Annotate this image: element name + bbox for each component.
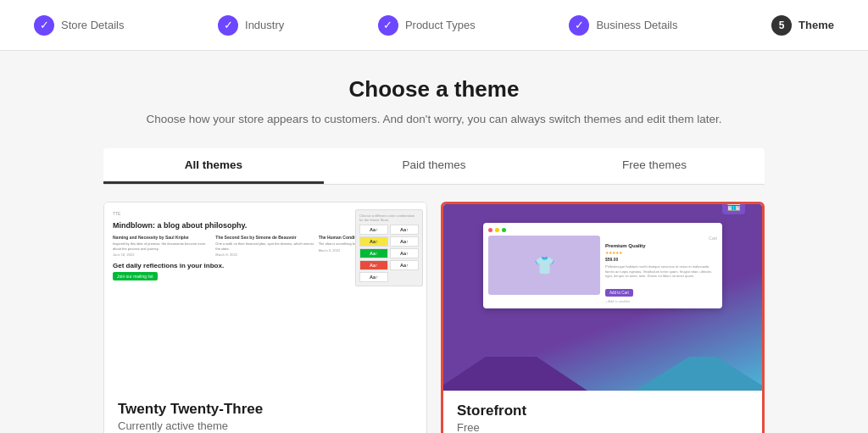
- theme-price-storefront: Free: [457, 421, 748, 433]
- tab-free-themes[interactable]: Free themes: [544, 148, 765, 184]
- store-icon: 🏪: [726, 204, 741, 211]
- step-label-theme: Theme: [798, 19, 834, 31]
- theme-info-storefront: Storefront Free Choose Live demo: [443, 391, 762, 433]
- step-icon-theme: 5: [771, 15, 792, 36]
- nav-step-theme: 5 Theme: [771, 15, 834, 36]
- theme-preview-storefront: 🏪 👕: [443, 204, 762, 391]
- theme-tabs: All themes Paid themes Free themes: [103, 148, 765, 185]
- theme-info-twenty-twenty-three: Twenty Twenty-Three Currently active the…: [104, 389, 426, 433]
- main-content: Choose a theme Choose how your store app…: [86, 51, 782, 433]
- theme-name-storefront: Storefront: [457, 402, 748, 419]
- nav-step-industry: Industry: [218, 15, 284, 36]
- product-image: 👕: [488, 236, 600, 295]
- storefront-open-badge: 🏪: [722, 204, 745, 214]
- tab-all-themes[interactable]: All themes: [103, 148, 324, 184]
- theme-card-twenty-twenty-three: TTE About Books All Posts Mindblown: a b…: [103, 202, 427, 433]
- theme-preview-twenty-twenty-three: TTE About Books All Posts Mindblown: a b…: [104, 203, 426, 389]
- step-icon-store-details: [34, 15, 54, 36]
- theme-price-twenty-twenty-three: Currently active theme: [118, 419, 413, 432]
- theme-grid: TTE About Books All Posts Mindblown: a b…: [103, 202, 765, 433]
- storefront-window-mockup: 👕 Cart Premium Quality ★★★★★ $59.00 Pell…: [483, 223, 722, 308]
- wizard-nav: Store Details Industry Product Types Bus…: [0, 0, 868, 51]
- step-icon-business-details: [569, 15, 589, 36]
- nav-step-business-details: Business Details: [569, 15, 677, 36]
- step-label-product-types: Product Types: [405, 19, 476, 31]
- tab-paid-themes[interactable]: Paid themes: [324, 148, 544, 184]
- nav-step-product-types: Product Types: [378, 15, 476, 36]
- nav-step-store-details: Store Details: [34, 15, 124, 36]
- page-title: Choose a theme: [103, 76, 765, 103]
- theme-name-twenty-twenty-three: Twenty Twenty-Three: [118, 401, 413, 418]
- step-label-business-details: Business Details: [596, 19, 677, 31]
- step-icon-product-types: [378, 15, 398, 36]
- step-label-industry: Industry: [245, 19, 284, 31]
- storefront-mountains: [443, 357, 762, 391]
- page-subtitle: Choose how your store appears to custome…: [103, 111, 765, 128]
- step-label-store-details: Store Details: [61, 19, 124, 31]
- theme-card-storefront: 🏪 👕: [441, 202, 765, 433]
- step-icon-industry: [218, 15, 238, 36]
